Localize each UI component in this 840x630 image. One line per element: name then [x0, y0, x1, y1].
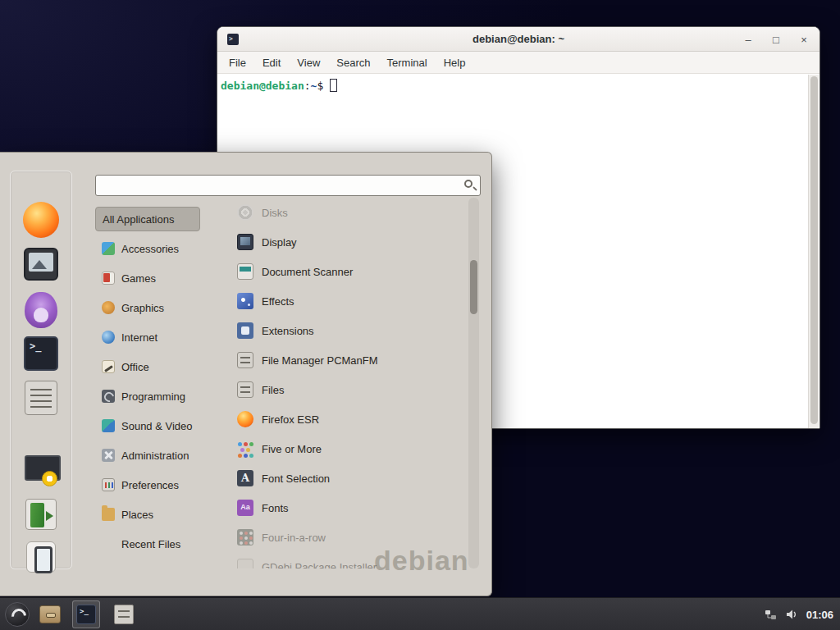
taskbar-terminal-button[interactable]: [72, 600, 100, 628]
firefox-icon: [23, 202, 59, 238]
places-icon: [102, 508, 115, 521]
category-all-applications[interactable]: All Applications: [95, 207, 200, 231]
terminal-scrollbar-thumb[interactable]: [810, 76, 818, 424]
category-label: Accessories: [121, 243, 179, 255]
app-item-fonts[interactable]: Fonts: [232, 493, 468, 523]
terminal-titlebar[interactable]: debian@debian: ~ – □ ×: [217, 27, 819, 52]
five-or-more-icon: [237, 441, 253, 457]
category-games[interactable]: Games: [95, 263, 218, 293]
firefox-icon: [237, 411, 253, 427]
app-label: Firefox ESR: [262, 413, 319, 426]
taskbar-files-button[interactable]: [110, 600, 138, 628]
effects-icon: [237, 293, 253, 309]
category-administration[interactable]: Administration: [95, 441, 218, 470]
disks-icon: [237, 204, 253, 221]
quit-button[interactable]: [26, 541, 56, 573]
display-icon: [237, 234, 253, 250]
applications-scrollbar-thumb[interactable]: [470, 260, 477, 314]
extensions-icon: [237, 322, 253, 339]
app-label: Files: [262, 384, 284, 396]
favorite-terminal-button[interactable]: [24, 336, 58, 371]
minimize-button[interactable]: –: [741, 34, 756, 46]
category-preferences[interactable]: Preferences: [95, 470, 218, 500]
games-icon: [102, 272, 115, 285]
app-item-four-in-a-row[interactable]: Four-in-a-row: [232, 523, 468, 552]
search-icon: [464, 180, 472, 188]
taskbar-file-manager-button[interactable]: [36, 600, 64, 628]
category-label: Programming: [121, 390, 185, 403]
lock-screen-button[interactable]: [23, 455, 59, 486]
menu-terminal[interactable]: Terminal: [387, 57, 427, 69]
applications-scrollbar[interactable]: [468, 198, 479, 568]
app-label: File Manager PCManFM: [262, 354, 378, 367]
programming-icon: [102, 390, 115, 403]
category-label: Recent Files: [121, 538, 180, 550]
menu-view[interactable]: View: [297, 57, 320, 69]
app-label: Effects: [262, 295, 294, 308]
app-item-gdebi-package-installer[interactable]: GDebi Package Installer: [232, 552, 468, 568]
category-accessories[interactable]: Accessories: [95, 234, 218, 263]
category-graphics[interactable]: Graphics: [95, 293, 218, 322]
applications-menu: All Applications Accessories Games Graph…: [0, 152, 492, 596]
app-item-document-scanner[interactable]: Document Scanner: [232, 257, 468, 286]
app-item-files[interactable]: Files: [232, 375, 468, 404]
categories-list: All Applications Accessories Games Graph…: [95, 204, 218, 559]
category-sound-video[interactable]: Sound & Video: [95, 411, 218, 441]
category-label: Internet: [121, 331, 158, 344]
category-label: All Applications: [103, 213, 174, 226]
menu-edit[interactable]: Edit: [262, 57, 281, 69]
app-label: Extensions: [262, 325, 314, 337]
menu-file[interactable]: File: [229, 57, 246, 69]
desktop[interactable]: { "colors": { "desktop_bg": "#0b0b26", "…: [0, 0, 840, 630]
graphics-icon: [102, 301, 115, 314]
fonts-icon: [237, 500, 253, 516]
favorite-pidgin-button[interactable]: [25, 292, 57, 328]
menu-search[interactable]: Search: [336, 57, 370, 69]
app-label: Font Selection: [262, 472, 330, 485]
clock[interactable]: 01:06: [806, 609, 833, 621]
log-out-icon: [25, 499, 57, 530]
network-icon[interactable]: [765, 609, 777, 621]
terminal-icon: [24, 336, 58, 371]
close-button[interactable]: ×: [797, 34, 811, 46]
app-label: Display: [262, 236, 297, 249]
preferences-icon: [102, 478, 115, 491]
search-input[interactable]: [95, 175, 481, 196]
favorite-text-editor-button[interactable]: [25, 381, 57, 415]
shell-prompt: debian@debian:~$: [221, 79, 803, 92]
category-label: Office: [121, 361, 149, 373]
category-office[interactable]: Office: [95, 352, 218, 381]
taskbar: 01:06: [0, 597, 840, 630]
prompt-user-host: debian@debian: [221, 80, 304, 92]
category-recent-files[interactable]: Recent Files: [95, 529, 218, 559]
maximize-button[interactable]: □: [769, 34, 783, 46]
files-icon: [237, 381, 253, 398]
app-item-file-manager-pcmanfm[interactable]: File Manager PCManFM: [232, 345, 468, 375]
category-programming[interactable]: Programming: [95, 381, 218, 411]
app-item-display[interactable]: Display: [232, 227, 468, 257]
app-item-firefox-esr[interactable]: Firefox ESR: [232, 404, 468, 434]
pidgin-icon: [25, 292, 57, 328]
terminal-scrollbar[interactable]: [808, 75, 819, 428]
app-item-font-selection[interactable]: Font Selection: [232, 463, 468, 493]
menu-help[interactable]: Help: [444, 57, 466, 69]
menu-button[interactable]: [5, 602, 30, 627]
app-item-extensions[interactable]: Extensions: [232, 316, 468, 345]
app-item-effects[interactable]: Effects: [232, 286, 468, 316]
font-selection-icon: [237, 470, 253, 486]
quit-icon: [26, 541, 56, 573]
sound-video-icon: [102, 419, 115, 432]
four-in-a-row-icon: [237, 529, 253, 546]
gdebi-icon: [237, 559, 253, 568]
image-viewer-icon: [24, 248, 58, 281]
app-item-disks[interactable]: Disks: [232, 198, 468, 227]
volume-icon[interactable]: [785, 608, 798, 621]
window-title: debian@debian: ~: [472, 33, 564, 45]
log-out-button[interactable]: [25, 499, 57, 530]
favorite-image-viewer-button[interactable]: [24, 248, 58, 281]
app-item-five-or-more[interactable]: Five or More: [232, 434, 468, 463]
applications-list: Disks Display Document Scanner Effects E…: [232, 198, 468, 568]
favorite-firefox-button[interactable]: [23, 202, 59, 238]
category-places[interactable]: Places: [95, 500, 218, 529]
category-internet[interactable]: Internet: [95, 322, 218, 352]
